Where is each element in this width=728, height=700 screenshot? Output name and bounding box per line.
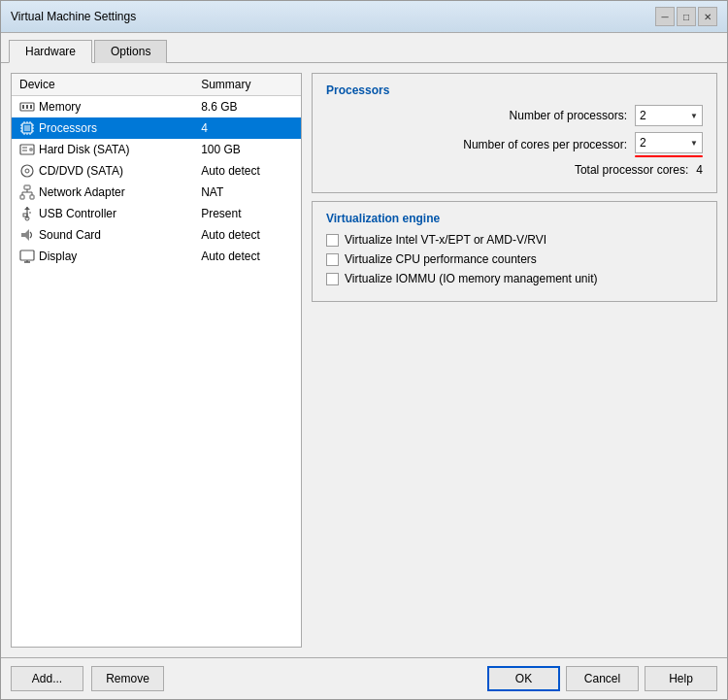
virt-checkbox-cpu[interactable] — [326, 253, 339, 266]
total-cores-row: Total processor cores: 4 — [326, 163, 703, 177]
cancel-button[interactable]: Cancel — [566, 666, 639, 691]
virt-option-row: Virtualize Intel VT-x/EPT or AMD-V/RVI — [326, 233, 703, 247]
total-cores-value: 4 — [696, 163, 703, 177]
cd-icon — [19, 163, 35, 179]
svg-rect-3 — [30, 105, 32, 109]
svg-rect-25 — [20, 195, 24, 199]
num-processors-control: 2 ▼ — [635, 105, 703, 126]
device-list-panel: Device Summary Memory8.6 GBProcessors4Ha… — [11, 73, 302, 648]
device-name-cell: CD/DVD (SATA) — [12, 160, 193, 182]
close-button[interactable]: ✕ — [698, 7, 717, 26]
footer-left-buttons: Add... Remove — [11, 666, 164, 691]
total-cores-control: 4 — [696, 163, 703, 177]
device-name-label: Network Adapter — [39, 185, 125, 199]
svg-point-22 — [21, 165, 33, 177]
svg-point-19 — [29, 148, 33, 151]
device-name-label: CD/DVD (SATA) — [39, 164, 123, 178]
num-processors-arrow-icon: ▼ — [690, 112, 698, 120]
right-panel: Processors Number of processors: 2 ▼ Num… — [312, 73, 717, 648]
red-annotation — [635, 155, 703, 157]
sound-icon — [19, 227, 35, 243]
maximize-button[interactable]: □ — [677, 7, 696, 26]
virt-option-row: Virtualize IOMMU (IO memory management u… — [326, 272, 703, 285]
device-summary-cell: Auto detect — [193, 224, 301, 246]
device-name-cell: Processors — [12, 117, 193, 139]
processors-title: Processors — [326, 83, 703, 97]
display-icon — [19, 249, 35, 264]
device-summary-cell: Auto detect — [193, 160, 301, 182]
window-controls: ─ □ ✕ — [655, 7, 717, 26]
memory-icon — [19, 99, 35, 115]
device-name-label: Sound Card — [39, 228, 101, 242]
table-row[interactable]: Processors4 — [12, 117, 301, 139]
svg-rect-33 — [23, 214, 27, 217]
device-name-cell: Hard Disk (SATA) — [12, 139, 193, 160]
svg-rect-37 — [20, 250, 34, 260]
table-row[interactable]: Sound CardAuto detect — [12, 224, 301, 246]
num-cores-arrow-icon: ▼ — [690, 139, 698, 148]
num-cores-label: Number of cores per processor: — [326, 138, 635, 151]
processors-section: Processors Number of processors: 2 ▼ Num… — [312, 73, 717, 193]
num-cores-value: 2 — [640, 136, 646, 150]
device-name-cell: Sound Card — [12, 224, 193, 246]
virtualization-section: Virtualization engine Virtualize Intel V… — [312, 201, 717, 302]
device-name-label: USB Controller — [39, 207, 116, 220]
virt-option-row: Virtualize CPU performance counters — [326, 252, 703, 266]
virtualization-options: Virtualize Intel VT-x/EPT or AMD-V/RVIVi… — [326, 233, 703, 285]
device-summary-cell: 4 — [193, 117, 301, 139]
main-content: Device Summary Memory8.6 GBProcessors4Ha… — [1, 63, 727, 657]
footer-right-buttons: OK Cancel Help — [487, 666, 717, 691]
remove-button[interactable]: Remove — [91, 666, 164, 691]
tab-bar: Hardware Options — [1, 33, 727, 63]
footer: Add... Remove OK Cancel Help — [1, 657, 727, 699]
virt-label-vt: Virtualize Intel VT-x/EPT or AMD-V/RVI — [345, 233, 546, 247]
total-cores-label: Total processor cores: — [326, 163, 696, 177]
col-device: Device — [12, 74, 193, 96]
num-processors-label: Number of processors: — [326, 109, 635, 122]
num-cores-dropdown[interactable]: 2 ▼ — [635, 132, 703, 153]
table-row[interactable]: CD/DVD (SATA)Auto detect — [12, 160, 301, 182]
table-row[interactable]: USB ControllerPresent — [12, 203, 301, 224]
device-name-cell: Display — [12, 246, 193, 267]
svg-marker-32 — [24, 207, 30, 210]
table-row[interactable]: DisplayAuto detect — [12, 246, 301, 267]
virt-checkbox-iommu[interactable] — [326, 273, 339, 285]
svg-rect-1 — [22, 105, 24, 109]
title-bar: Virtual Machine Settings ─ □ ✕ — [1, 1, 727, 33]
device-summary-cell: Present — [193, 203, 301, 224]
device-summary-cell: Auto detect — [193, 246, 301, 267]
svg-marker-36 — [21, 229, 29, 241]
num-processors-value: 2 — [640, 109, 646, 122]
add-button[interactable]: Add... — [11, 666, 83, 691]
svg-rect-26 — [30, 195, 34, 199]
minimize-button[interactable]: ─ — [655, 7, 675, 26]
svg-rect-5 — [24, 125, 30, 131]
tab-hardware[interactable]: Hardware — [9, 40, 92, 63]
num-processors-row: Number of processors: 2 ▼ — [326, 105, 703, 126]
virt-label-iommu: Virtualize IOMMU (IO memory management u… — [345, 272, 598, 285]
device-summary-cell: 100 GB — [193, 139, 301, 160]
device-name-cell: Network Adapter — [12, 182, 193, 203]
device-summary-cell: 8.6 GB — [193, 96, 301, 118]
help-button[interactable]: Help — [645, 666, 717, 691]
svg-rect-2 — [26, 105, 28, 109]
virt-checkbox-vt[interactable] — [326, 234, 339, 247]
network-icon — [19, 184, 35, 200]
num-processors-dropdown[interactable]: 2 ▼ — [635, 105, 703, 126]
window-title: Virtual Machine Settings — [11, 10, 136, 23]
ok-button[interactable]: OK — [487, 666, 560, 691]
table-row[interactable]: Hard Disk (SATA)100 GB — [12, 139, 301, 160]
svg-rect-24 — [24, 185, 30, 189]
col-summary: Summary — [193, 74, 301, 96]
tab-options[interactable]: Options — [94, 40, 167, 63]
virt-label-cpu: Virtualize CPU performance counters — [345, 252, 537, 266]
device-name-label: Display — [39, 250, 77, 263]
virtualization-title: Virtualization engine — [326, 212, 703, 225]
device-name-cell: Memory — [12, 96, 193, 117]
table-row[interactable]: Memory8.6 GB — [12, 96, 301, 118]
usb-icon — [19, 206, 35, 221]
num-cores-row: Number of cores per processor: 2 ▼ — [326, 132, 703, 157]
table-row[interactable]: Network AdapterNAT — [12, 182, 301, 203]
device-table: Device Summary Memory8.6 GBProcessors4Ha… — [12, 74, 301, 267]
device-summary-cell: NAT — [193, 182, 301, 203]
